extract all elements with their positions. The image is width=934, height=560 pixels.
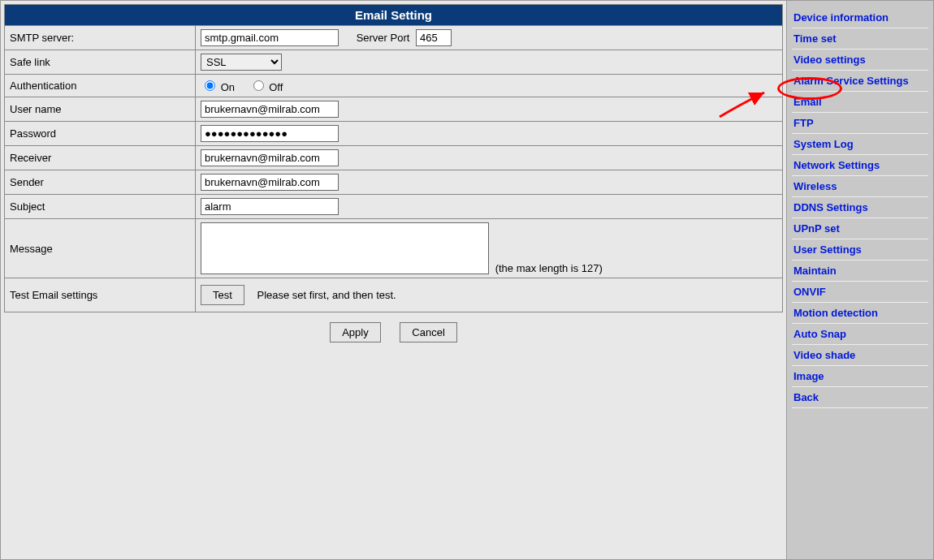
subject-input[interactable] [201,198,339,215]
sidebar-item-ddns-settings[interactable]: DDNS Settings [792,197,928,218]
message-note: (the max length is 127) [495,262,603,274]
sidebar-item-device-information[interactable]: Device information [792,7,928,28]
sidebar-item-alarm-service-settings[interactable]: Alarm Service Settings [792,71,928,92]
sidebar-item-video-settings[interactable]: Video settings [792,50,928,71]
sidebar-item-auto-snap[interactable]: Auto Snap [792,324,928,345]
sidebar-item-motion-detection[interactable]: Motion detection [792,303,928,324]
auth-label: Authentication [5,75,196,97]
sidebar-item-time-set[interactable]: Time set [792,28,928,50]
server-port-label: Server Port [357,32,410,44]
apply-button[interactable]: Apply [330,322,381,342]
email-settings-table: Email Setting SMTP server: Server Port S… [4,4,783,312]
sender-label: Sender [5,170,196,195]
sidebar-item-wireless[interactable]: Wireless [792,176,928,197]
sidebar-item-video-shade[interactable]: Video shade [792,345,928,366]
sidebar-item-user-settings[interactable]: User Settings [792,239,928,261]
username-input[interactable] [201,101,339,118]
sender-input[interactable] [201,174,339,191]
smtp-label: SMTP server: [5,26,196,50]
sidebar-item-back[interactable]: Back [792,387,928,408]
username-label: User name [5,97,196,122]
sidebar-item-onvif[interactable]: ONVIF [792,282,928,303]
message-label: Message [5,219,196,278]
auth-on-option[interactable]: On [201,81,238,93]
sidebar-item-upnp-set[interactable]: UPnP set [792,218,928,239]
test-button[interactable]: Test [201,285,244,305]
auth-off-option[interactable]: Off [249,81,283,93]
sidebar-item-network-settings[interactable]: Network Settings [792,155,928,176]
sidebar-item-email[interactable]: Email [792,92,928,113]
smtp-server-input[interactable] [201,29,339,46]
safe-link-label: Safe link [5,50,196,75]
button-row: Apply Cancel [4,312,783,352]
auth-off-radio[interactable] [253,80,264,91]
test-label: Test Email settings [5,278,196,312]
safe-link-select[interactable]: SSL [201,54,282,71]
password-input[interactable] [201,125,339,142]
test-hint: Please set first, and then test. [257,289,396,301]
page-title: Email Setting [5,5,783,26]
sidebar-item-image[interactable]: Image [792,366,928,387]
receiver-label: Receiver [5,146,196,170]
sidebar-item-ftp[interactable]: FTP [792,113,928,134]
sidebar-nav: Device information Time set Video settin… [787,1,933,559]
sidebar-item-maintain[interactable]: Maintain [792,261,928,282]
message-textarea[interactable] [201,222,489,274]
subject-label: Subject [5,195,196,219]
sidebar-item-system-log[interactable]: System Log [792,134,928,155]
server-port-input[interactable] [416,29,452,46]
cancel-button[interactable]: Cancel [400,322,456,342]
password-label: Password [5,122,196,146]
auth-on-radio[interactable] [205,80,215,91]
receiver-input[interactable] [201,149,339,166]
